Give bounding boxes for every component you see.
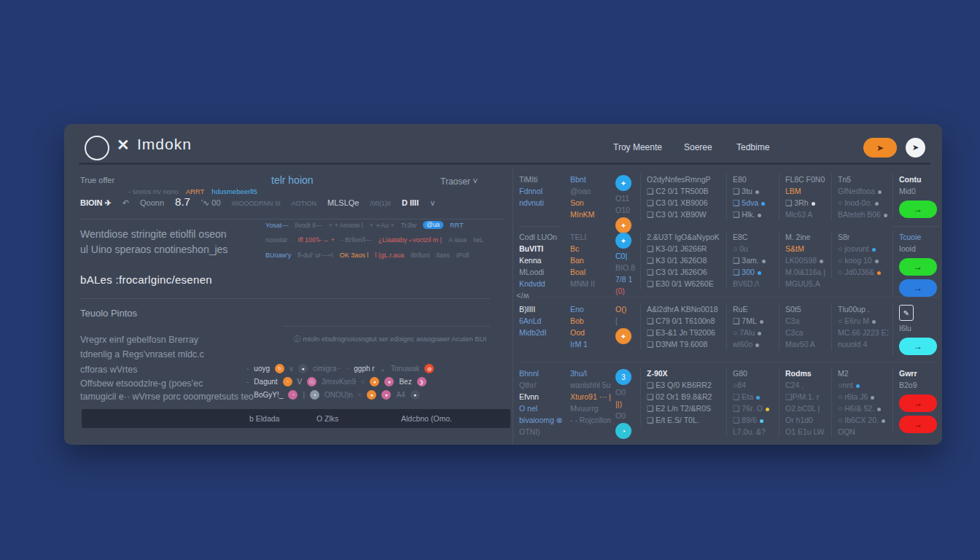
toolbar-item-text[interactable]: BIOIN ✈ bbox=[80, 198, 112, 208]
avatar-icon[interactable]: 3 bbox=[615, 369, 631, 385]
icon-row-dot-icon[interactable]: Ⓥ bbox=[307, 377, 316, 386]
icon-row-text: BoGyY!_ bbox=[254, 391, 283, 399]
cell-text: Fdnnol bbox=[519, 185, 566, 197]
logo-circle-icon bbox=[85, 136, 109, 160]
cell-text: B2o9 bbox=[899, 379, 936, 391]
cell-text: OTNI) bbox=[519, 426, 566, 438]
toolbar-item-text[interactable]: 8.7 bbox=[175, 195, 190, 208]
toolbar-item-text[interactable]: MLSLQe bbox=[327, 198, 359, 207]
icon-row-dot-icon[interactable]: ● bbox=[367, 390, 376, 400]
icon-row-dot-icon[interactable]: ● bbox=[381, 390, 391, 400]
status-bar-item[interactable]: O Zlks bbox=[316, 414, 338, 423]
section-heading: bALes :frocarlginc/esenen bbox=[80, 273, 212, 286]
cell-text: ❑ 7ML bbox=[733, 315, 774, 327]
cell-text: ❑ 3Rh bbox=[785, 197, 827, 209]
avatar-icon[interactable]: ◔ bbox=[615, 423, 631, 439]
icon-row-dot-icon[interactable]: ◔ bbox=[283, 377, 292, 386]
cell-text: ❑ E3-&1 Jn T92006 bbox=[647, 327, 722, 338]
table-column: Codl LUOnBuVITIKennaMLoodiKndvdd bbox=[519, 231, 566, 289]
avatar-icon[interactable]: ✦ bbox=[615, 175, 631, 191]
table-column: S0t5C3aC3caMav50 A bbox=[779, 303, 827, 350]
status-dot-icon bbox=[877, 271, 881, 275]
cell-text: Midb2dI bbox=[519, 327, 566, 338]
table-column: 3O0||⟩O0◔ bbox=[615, 368, 636, 440]
icon-row-dot-icon[interactable]: ◔ bbox=[288, 390, 298, 400]
cell-text: O0 bbox=[615, 386, 636, 398]
cell-text: Mid0 bbox=[899, 185, 936, 197]
cell-text: LK00S98 bbox=[785, 254, 827, 266]
action-button[interactable]: → bbox=[899, 279, 937, 297]
toolbar-item-text[interactable]: /00(1)II bbox=[370, 200, 391, 207]
table-column: G80○84❑ Eta❑ 76r. O❑ 89/6L7.0u. &? bbox=[726, 368, 774, 438]
status-dot-icon bbox=[877, 408, 881, 411]
link-text[interactable]: ARRT bbox=[186, 187, 205, 195]
icon-row-text: ≈ bbox=[358, 391, 362, 399]
toolbar-item-text[interactable]: Qoonn bbox=[140, 198, 164, 207]
icon-row-text: ⌄ bbox=[380, 365, 386, 373]
toolbar-item-text[interactable]: AOTION bbox=[292, 200, 317, 207]
table-column: BhnnlQthr/EfvnnO nelbivaioomg ⊗OTNI) bbox=[519, 368, 566, 438]
icon-row-dot-icon[interactable]: ● bbox=[298, 364, 308, 373]
status-bar-item[interactable]: b Eldada bbox=[249, 414, 279, 423]
toolbar-item-text[interactable]: ∨ bbox=[429, 198, 435, 208]
toolbar-item-text[interactable]: ↶ bbox=[122, 198, 129, 208]
nav-item-1[interactable]: Troy Meente bbox=[613, 142, 662, 152]
mini-row: BUoaw'yfl-dul' ur—~\OK 3aos ll (gL.r.aua… bbox=[265, 252, 510, 259]
link-text[interactable]: hdusmebeerll5 bbox=[211, 187, 257, 195]
left-blue-heading[interactable]: telr hoion bbox=[271, 174, 314, 186]
cell-text: ○ 0u bbox=[733, 243, 774, 254]
header-divider bbox=[79, 163, 930, 165]
secondary-action-button[interactable]: ➤ bbox=[906, 138, 925, 158]
action-button[interactable]: → bbox=[899, 416, 937, 433]
mini-row-text: fl-dul' ur—~\ bbox=[298, 252, 333, 259]
primary-action-button[interactable]: ➤ bbox=[863, 138, 897, 158]
avatar-icon[interactable]: ✦ bbox=[615, 328, 631, 344]
status-dot-icon bbox=[760, 320, 763, 324]
mini-row-badge[interactable]: @ua bbox=[423, 221, 443, 229]
action-button[interactable]: → bbox=[899, 394, 937, 412]
cell-text: bivaioomg ⊗ bbox=[519, 414, 566, 426]
nav-item-3[interactable]: Tedbime bbox=[736, 142, 769, 152]
status-dot-icon bbox=[760, 419, 763, 423]
cell-text: Mav50 A bbox=[785, 338, 827, 350]
icon-row-dot-icon[interactable]: ◑ bbox=[310, 390, 319, 400]
cell-text: 7/8 1 bbox=[615, 273, 636, 285]
divider bbox=[80, 219, 503, 219]
toolbar-item-text[interactable]: IIIIOOODRNN III bbox=[232, 200, 281, 207]
close-x-icon[interactable]: ✕ bbox=[117, 136, 130, 154]
note-line: ⓘ mtoln etsdrognoiosngtut ser edoignc as… bbox=[294, 335, 486, 344]
body-line: tamugicil e·· wVrrse porc ooomgretsuts t… bbox=[80, 392, 254, 402]
toolbar-item-text[interactable]: ′∿ 00 bbox=[201, 198, 221, 208]
status-dot-icon bbox=[761, 202, 765, 206]
icon-row-dot-icon[interactable]: ❯ bbox=[417, 377, 427, 386]
icon-row-dot-icon[interactable]: ● bbox=[370, 377, 379, 386]
cell-text: ndvnuti bbox=[519, 197, 566, 209]
icon-row-dot-icon[interactable]: ● bbox=[384, 377, 394, 386]
action-button[interactable]: → bbox=[899, 201, 937, 218]
table-block-1: TiMItiFdnnolndvnutiBbnt@oaoSonMInKM✦O11O… bbox=[519, 174, 939, 235]
icon-row-dot-icon[interactable]: ↻ bbox=[275, 364, 284, 373]
cell-text: BIO.8 bbox=[615, 262, 636, 273]
cell-text: ○ koog 10 bbox=[838, 254, 888, 266]
cell-header: O2dyNnfesRmngP bbox=[647, 174, 722, 185]
table-column: B)IIII6AnLdMidb2dI bbox=[519, 303, 566, 338]
action-button[interactable]: → bbox=[899, 338, 937, 355]
action-button[interactable]: → bbox=[899, 258, 937, 276]
note-icon[interactable]: ✎ bbox=[899, 305, 914, 321]
avatar-icon[interactable]: ✦ bbox=[615, 233, 631, 249]
link-text[interactable]: - snoos rrv nono bbox=[128, 187, 179, 195]
status-bar-item[interactable]: Aldcbno (Omo. bbox=[401, 414, 452, 423]
status-dot-icon bbox=[872, 320, 876, 324]
status-dot-icon bbox=[884, 214, 887, 217]
body-line: tdnenlig a Regs'vnraset mldc.c bbox=[80, 349, 204, 359]
toolbar-item-text[interactable]: D IIII bbox=[402, 198, 419, 207]
status-dot-icon bbox=[762, 260, 766, 263]
nav-item-2[interactable]: Soeree bbox=[684, 142, 712, 152]
cell-header: A&l2dhrA KBNo0018 bbox=[647, 303, 722, 315]
icon-row-dot-icon[interactable]: ● bbox=[411, 390, 420, 400]
cell-text: Boal bbox=[570, 266, 611, 278]
sort-dropdown[interactable]: Traoser ˅ bbox=[440, 176, 478, 187]
icon-row-dot-icon[interactable]: ◍ bbox=[424, 364, 434, 373]
cell-text: ❑ 89/6 bbox=[733, 414, 774, 426]
table-column: TiMItiFdnnolndvnuti bbox=[519, 174, 566, 209]
